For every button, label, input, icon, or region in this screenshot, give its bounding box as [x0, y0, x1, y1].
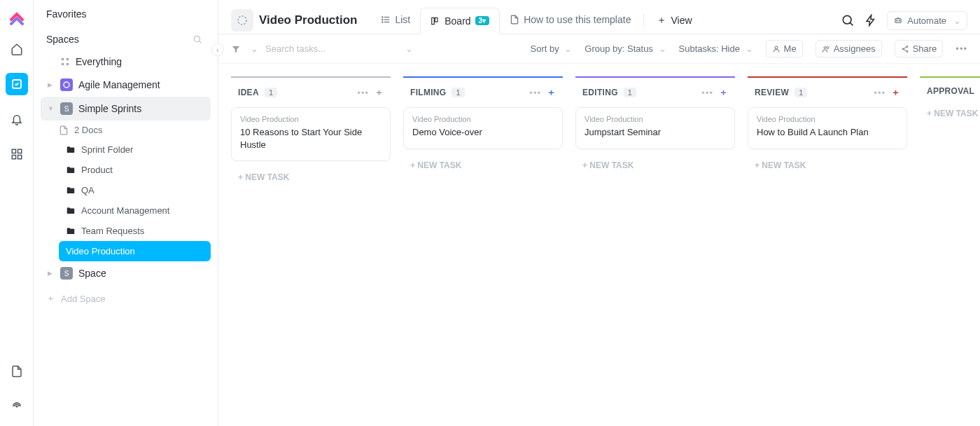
tab-board[interactable]: Board 3▾	[420, 8, 500, 34]
spaces-heading: Spaces	[34, 25, 218, 50]
plus-icon: ＋	[657, 14, 666, 27]
subtasks-button[interactable]: Subtasks: Hide ⌄	[679, 43, 753, 54]
home-icon[interactable]	[6, 38, 28, 60]
tasks-icon[interactable]	[6, 73, 28, 95]
dashboards-icon[interactable]	[6, 143, 28, 165]
signal-icon[interactable]	[6, 395, 28, 418]
column-title: APPROVAL	[927, 86, 974, 96]
page-status-icon[interactable]	[231, 9, 253, 32]
svg-point-26	[824, 46, 826, 48]
search-icon[interactable]	[841, 13, 855, 27]
new-task-button[interactable]: + NEW TASK	[748, 156, 907, 174]
space-extra[interactable]: ▶ S Space	[41, 261, 211, 285]
new-task-button[interactable]: + NEW TASK	[920, 104, 980, 123]
folder-qa[interactable]: QA	[59, 180, 211, 200]
column-add-icon[interactable]: ＋	[374, 86, 384, 99]
column-color-bar	[748, 76, 907, 78]
favorites-heading[interactable]: Favorites	[34, 0, 218, 25]
space-label: Simple Sprints	[78, 103, 141, 114]
column-add-icon[interactable]: ＋	[547, 86, 556, 99]
folder-icon	[66, 145, 76, 155]
column-color-bar	[920, 76, 980, 78]
docs-icon[interactable]	[6, 360, 28, 383]
column-menu-icon[interactable]: •••	[701, 88, 713, 98]
tab-label: How to use this template	[524, 14, 631, 25]
add-view-button[interactable]: ＋ View	[647, 7, 701, 34]
column-menu-icon[interactable]: •••	[874, 88, 886, 98]
column-menu-icon[interactable]: •••	[529, 88, 541, 98]
plus-icon: ＋	[46, 292, 55, 305]
column-title: EDITING	[582, 88, 618, 97]
expander-icon[interactable]: ▼	[48, 105, 55, 112]
tab-list[interactable]: List	[371, 7, 420, 34]
space-agile-management[interactable]: ▶ Agile Management	[41, 73, 211, 97]
svg-point-29	[902, 48, 904, 50]
task-card[interactable]: Video Production Jumpstart Seminar	[575, 107, 735, 149]
automate-button[interactable]: Automate ⌄	[887, 11, 967, 30]
column-approval: APPROVAL 0 + NEW TASK	[920, 76, 980, 123]
expander-icon[interactable]: ▶	[48, 81, 55, 88]
share-button[interactable]: Share	[895, 40, 944, 57]
svg-point-21	[844, 15, 852, 24]
new-task-button[interactable]: + NEW TASK	[403, 156, 563, 174]
card-title: 10 Reasons to Start Your Side Hustle	[240, 126, 382, 151]
notifications-icon[interactable]	[6, 108, 28, 130]
svg-point-16	[382, 17, 383, 18]
folder-list: Sprint Folder Product QA Account Managem…	[41, 139, 211, 261]
collapse-sidebar-icon[interactable]: ‹	[211, 43, 224, 56]
bolt-icon[interactable]	[864, 14, 877, 27]
new-task-button[interactable]: + NEW TASK	[231, 168, 391, 186]
svg-point-23	[897, 20, 897, 21]
svg-point-28	[906, 46, 908, 47]
folder-label: Sprint Folder	[81, 144, 133, 155]
card-breadcrumb: Video Production	[240, 115, 382, 123]
folder-video-production[interactable]: Video Production	[59, 241, 211, 261]
svg-point-25	[775, 46, 778, 49]
search-tasks-input[interactable]	[265, 43, 370, 54]
task-card[interactable]: Video Production Demo Voice-over	[403, 107, 563, 149]
me-filter-button[interactable]: Me	[766, 40, 803, 57]
folder-account-management[interactable]: Account Management	[59, 200, 211, 221]
add-view-label: View	[671, 15, 692, 26]
card-breadcrumb: Video Production	[412, 115, 554, 123]
svg-point-11	[64, 82, 69, 88]
folder-product[interactable]: Product	[59, 160, 211, 180]
folder-sprint-folder[interactable]: Sprint Folder	[59, 139, 211, 160]
space-simple-sprints[interactable]: ▼ S Simple Sprints	[41, 97, 211, 121]
chevron-down-icon[interactable]: ⌄	[251, 43, 258, 54]
filter-icon[interactable]	[231, 44, 241, 54]
folder-team-requests[interactable]: Team Requests	[59, 221, 211, 241]
svg-point-30	[906, 50, 908, 52]
column-review: REVIEW 1 ••• ＋ Video Production How to B…	[748, 76, 907, 174]
new-task-button[interactable]: + NEW TASK	[575, 156, 735, 174]
task-card[interactable]: Video Production How to Build A Launch P…	[748, 107, 907, 149]
chevron-down-icon: ⌄	[953, 15, 961, 26]
folder-label: Product	[81, 165, 113, 175]
column-title: FILMING	[410, 88, 446, 97]
view-tabs: List Board 3▾ How to use this template ＋…	[371, 7, 701, 34]
folder-icon	[66, 206, 76, 216]
expander-icon[interactable]: ▶	[48, 270, 55, 277]
add-space-button[interactable]: ＋ Add Space	[34, 285, 218, 312]
folder-icon	[66, 186, 76, 195]
column-add-icon[interactable]: ＋	[891, 86, 900, 99]
tab-howto[interactable]: How to use this template	[500, 7, 640, 34]
more-options-icon[interactable]: •••	[955, 43, 967, 54]
column-count: 1	[265, 88, 277, 97]
sort-by-button[interactable]: Sort by ⌄	[530, 43, 572, 54]
svg-rect-2	[18, 149, 21, 153]
assignees-button[interactable]: Assignees	[816, 40, 882, 57]
chevron-down-icon[interactable]: ⌄	[405, 43, 413, 54]
column-color-bar	[403, 76, 563, 78]
column-menu-icon[interactable]: •••	[357, 88, 369, 98]
svg-rect-20	[435, 18, 438, 22]
task-card[interactable]: Video Production 10 Reasons to Start You…	[231, 107, 391, 161]
everything-item[interactable]: Everything	[41, 50, 211, 73]
docs-item[interactable]: 2 Docs	[41, 121, 211, 139]
column-add-icon[interactable]: ＋	[719, 86, 728, 99]
folder-label: Team Requests	[81, 226, 144, 236]
board-icon	[430, 16, 440, 26]
search-spaces-icon[interactable]	[192, 34, 202, 44]
group-by-button[interactable]: Group by: Status ⌄	[584, 43, 666, 54]
space-color-icon	[60, 78, 73, 91]
